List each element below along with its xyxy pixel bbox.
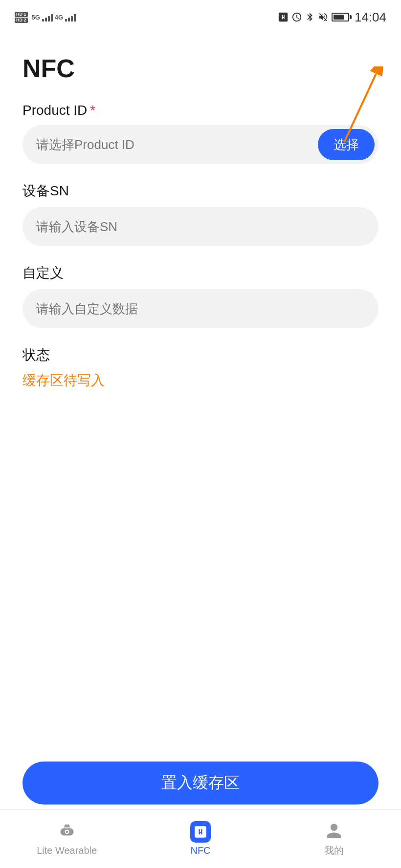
mine-nav-label: 我的 [324, 844, 344, 857]
5g-label: 5G [32, 14, 40, 21]
mine-icon [324, 821, 344, 841]
select-button[interactable]: 选择 [318, 129, 375, 160]
product-id-wrapper: 选择 [22, 125, 379, 164]
bar3 [48, 16, 50, 21]
bar6 [68, 18, 70, 21]
bar2 [45, 18, 47, 21]
lite-wearable-nav-label: Lite Wearable [37, 845, 97, 856]
page-title: NFC [22, 54, 379, 83]
signal-bars-2 [65, 13, 76, 21]
bar5 [65, 19, 67, 21]
time-display: 14:04 [355, 10, 386, 25]
bluetooth-icon [305, 12, 315, 22]
custom-input[interactable] [22, 289, 379, 328]
nav-item-lite-wearable[interactable]: Lite Wearable [0, 822, 134, 856]
nav-item-mine[interactable]: 我的 [267, 821, 401, 857]
custom-group: 自定义 [22, 264, 379, 328]
nav-item-nfc[interactable]: NFC [134, 822, 267, 856]
bar8 [74, 14, 76, 21]
bottom-action-area: 置入缓存区 [0, 762, 401, 804]
status-right-icons: 14:04 [278, 10, 386, 25]
submit-button[interactable]: 置入缓存区 [22, 762, 379, 804]
hd2-label: HD 2 [15, 18, 28, 23]
bottom-nav: Lite Wearable NFC 我的 [0, 809, 401, 868]
bar4 [51, 14, 53, 21]
svg-point-2 [66, 831, 68, 833]
bar7 [71, 16, 73, 21]
status-label: 状态 [22, 346, 379, 364]
4g-label: 4G [55, 14, 63, 21]
bar1 [42, 19, 44, 21]
nfc-nav-icon [190, 822, 211, 842]
custom-label: 自定义 [22, 264, 379, 282]
mute-icon [318, 12, 329, 22]
required-indicator: * [90, 103, 95, 118]
lite-wearable-icon [57, 822, 77, 842]
nfc-nav-label: NFC [190, 845, 210, 856]
status-left-icons: HD 1 HD 2 5G 4G [15, 12, 76, 23]
status-group: 状态 缓存区待写入 [22, 346, 379, 390]
battery-indicator [332, 13, 352, 21]
hd1-label: HD 1 [15, 12, 28, 17]
product-id-group: Product ID * 选择 [22, 103, 379, 164]
alarm-icon [291, 12, 302, 22]
status-value: 缓存区待写入 [22, 371, 379, 390]
nfc-status-icon [278, 12, 289, 22]
status-bar: HD 1 HD 2 5G 4G [0, 0, 401, 29]
device-sn-input[interactable] [22, 207, 379, 246]
hd-badge: HD 1 HD 2 [15, 12, 28, 23]
main-content: NFC Product ID * 选择 设备SN [0, 29, 401, 505]
device-sn-group: 设备SN [22, 182, 379, 246]
signal-bars-1 [42, 13, 53, 21]
device-sn-label: 设备SN [22, 182, 379, 200]
product-id-label: Product ID * [22, 103, 379, 118]
